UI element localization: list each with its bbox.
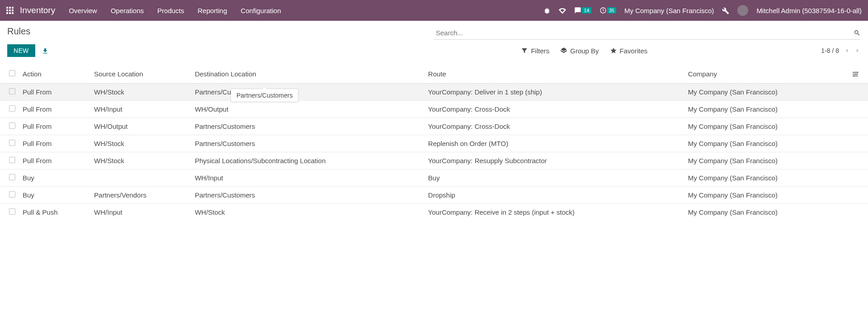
cell-action: Buy <box>19 187 90 204</box>
row-checkbox[interactable] <box>9 191 15 198</box>
cell-source: Partners/Vendors <box>90 187 191 204</box>
nav-products[interactable]: Products <box>157 7 184 14</box>
row-checkbox[interactable] <box>9 88 15 94</box>
wifi-icon[interactable] <box>559 6 566 14</box>
row-checkbox[interactable] <box>9 174 15 180</box>
control-panel: Rules NEW Filters Group By Favorites <box>0 21 868 61</box>
search-icon[interactable] <box>854 29 861 37</box>
col-action[interactable]: Action <box>19 63 90 84</box>
cell-company: My Company (San Francisco) <box>684 118 848 135</box>
avatar[interactable] <box>737 5 748 16</box>
filters-button[interactable]: Filters <box>521 47 549 55</box>
bug-icon[interactable] <box>543 6 551 14</box>
col-route[interactable]: Route <box>425 63 684 84</box>
groupby-button[interactable]: Group By <box>560 47 599 55</box>
pager-next-icon[interactable] <box>854 47 861 54</box>
app-name[interactable]: Inventory <box>20 5 55 15</box>
cell-action: Pull From <box>19 152 90 169</box>
row-checkbox[interactable] <box>9 140 15 146</box>
cell-route: YourCompany: Resupply Subcontractor <box>425 152 684 169</box>
cell-action: Pull & Push <box>19 204 90 221</box>
company-switcher[interactable]: My Company (San Francisco) <box>624 7 714 14</box>
cell-company: My Company (San Francisco) <box>684 169 848 187</box>
messages-badge: 14 <box>582 7 591 14</box>
row-checkbox[interactable] <box>9 208 15 215</box>
cell-source: WH/Stock <box>90 84 191 101</box>
download-icon[interactable] <box>42 47 49 54</box>
nav-overview[interactable]: Overview <box>69 7 97 14</box>
cell-route: Replenish on Order (MTO) <box>425 135 684 152</box>
filter-icon <box>521 47 528 54</box>
cell-source: WH/Input <box>90 204 191 221</box>
rules-table: Action Source Location Destination Locat… <box>0 63 868 221</box>
cell-route: YourCompany: Cross-Dock <box>425 101 684 118</box>
nav-configuration[interactable]: Configuration <box>241 7 281 14</box>
nav-reporting[interactable]: Reporting <box>198 7 227 14</box>
cell-source: WH/Output <box>90 118 191 135</box>
cell-destination: Physical Locations/Subcontracting Locati… <box>191 152 425 169</box>
cell-source: WH/Input <box>90 101 191 118</box>
cell-company: My Company (San Francisco) <box>684 204 848 221</box>
cell-company: My Company (San Francisco) <box>684 152 848 169</box>
star-icon <box>610 47 617 54</box>
row-checkbox[interactable] <box>9 105 15 112</box>
table-row[interactable]: Buy Partners/Vendors Partners/Customers … <box>0 187 868 204</box>
cell-source: WH/Stock <box>90 152 191 169</box>
pager-text[interactable]: 1-8 / 8 <box>821 47 839 54</box>
svg-point-1 <box>857 72 859 73</box>
table-row[interactable]: Pull & Push WH/Input WH/Stock YourCompan… <box>0 204 868 221</box>
optional-fields-icon[interactable] <box>852 71 859 78</box>
cell-action: Pull From <box>19 84 90 101</box>
activities-icon[interactable]: 35 <box>599 7 616 14</box>
cell-route: YourCompany: Receive in 2 steps (input +… <box>425 204 684 221</box>
nav-operations[interactable]: Operations <box>111 7 144 14</box>
cell-source <box>90 169 191 187</box>
activities-badge: 35 <box>607 7 616 14</box>
row-checkbox[interactable] <box>9 122 15 129</box>
page-title: Rules <box>7 26 30 37</box>
cell-route: Dropship <box>425 187 684 204</box>
col-destination[interactable]: Destination Location <box>191 63 425 84</box>
col-company[interactable]: Company <box>684 63 848 84</box>
cell-route: YourCompany: Deliver in 1 step (ship) <box>425 84 684 101</box>
cell-action: Buy <box>19 169 90 187</box>
cell-destination: WH/Output <box>191 101 425 118</box>
cell-company: My Company (San Francisco) <box>684 84 848 101</box>
table-row[interactable]: Pull From WH/Stock Partners/Customers Yo… <box>0 84 868 101</box>
svg-point-3 <box>854 75 855 77</box>
cell-destination: Partners/Customers <box>191 118 425 135</box>
messages-icon[interactable]: 14 <box>574 7 591 14</box>
cell-action: Pull From <box>19 118 90 135</box>
cell-company: My Company (San Francisco) <box>684 135 848 152</box>
table-row[interactable]: Pull From WH/Stock Physical Locations/Su… <box>0 152 868 169</box>
row-checkbox[interactable] <box>9 157 15 163</box>
cell-route: Buy <box>425 169 684 187</box>
cell-action: Pull From <box>19 135 90 152</box>
cell-destination: WH/Input <box>191 169 425 187</box>
cell-action: Pull From <box>19 101 90 118</box>
new-button[interactable]: NEW <box>7 44 35 57</box>
navbar: Inventory Overview Operations Products R… <box>0 0 868 21</box>
svg-point-2 <box>855 74 857 75</box>
search-input[interactable] <box>434 26 854 39</box>
pager-prev-icon[interactable] <box>844 47 850 54</box>
user-name[interactable]: Mitchell Admin (50387594-16-0-all) <box>756 7 862 14</box>
select-all-checkbox[interactable] <box>9 70 15 76</box>
favorites-button[interactable]: Favorites <box>610 47 648 55</box>
table-row[interactable]: Pull From WH/Input WH/Output YourCompany… <box>0 101 868 118</box>
cell-company: My Company (San Francisco) <box>684 187 848 204</box>
apps-icon[interactable] <box>6 7 14 14</box>
cell-company: My Company (San Francisco) <box>684 101 848 118</box>
table-row[interactable]: Buy WH/Input Buy My Company (San Francis… <box>0 169 868 187</box>
table-row[interactable]: Pull From WH/Stock Partners/Customers Re… <box>0 135 868 152</box>
col-source[interactable]: Source Location <box>90 63 191 84</box>
search-bar[interactable] <box>434 26 861 40</box>
layers-icon <box>560 47 567 54</box>
cell-destination: WH/Stock <box>191 204 425 221</box>
cell-destination: Partners/Customers <box>191 84 425 101</box>
tools-icon[interactable] <box>722 6 729 14</box>
cell-source: WH/Stock <box>90 135 191 152</box>
cell-route: YourCompany: Cross-Dock <box>425 118 684 135</box>
table-row[interactable]: Pull From WH/Output Partners/Customers Y… <box>0 118 868 135</box>
tooltip: Partners/Customers <box>231 89 298 102</box>
